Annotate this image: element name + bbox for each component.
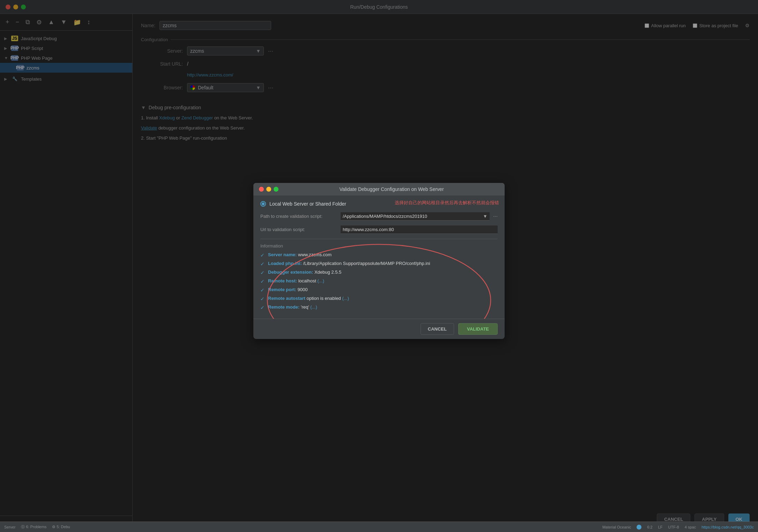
path-field-row: Path to create validation script: /Appli… — [260, 212, 498, 221]
url-field-row: Url to validation script: — [260, 226, 498, 234]
line-col-status: 6:2 — [647, 525, 652, 529]
dialog-footer: CANCEL VALIDATE — [253, 319, 505, 339]
info-section-label: Information — [260, 243, 498, 249]
info-remote-port: ✓ Remote port: 9000 — [260, 287, 498, 293]
info-val: localhost — [298, 278, 318, 283]
dialog-close-button[interactable] — [259, 187, 264, 192]
dialog-maximize-button[interactable] — [274, 187, 278, 192]
check-icon: ✓ — [260, 279, 265, 284]
info-val: Xdebug 2.5.5 — [314, 269, 341, 275]
info-server-name: ✓ Server name: www.zzcms.com — [260, 252, 498, 258]
check-icon: ✓ — [260, 296, 265, 302]
dialog-minimize-button[interactable] — [266, 187, 271, 192]
path-label: Path to create validation script: — [260, 214, 337, 219]
annotation-text: 选择好自己的网站根目录然后再去解析不然就会报错 — [395, 200, 499, 206]
dialog-title: Validate Debugger Configuration on Web S… — [284, 186, 499, 192]
theme-dot — [637, 525, 641, 530]
radio-dot — [262, 202, 265, 205]
local-server-label: Local Web Server or Shared Folder — [269, 201, 346, 207]
dialog-traffic-lights — [259, 187, 278, 192]
theme-status: Material Oceanic — [602, 525, 631, 529]
info-val: /Library/Application Support/appsolute/M… — [303, 261, 430, 266]
dialog-title-bar: Validate Debugger Configuration on Web S… — [253, 183, 505, 195]
info-key: Remote host: — [268, 278, 297, 283]
dialog-cancel-button[interactable]: CANCEL — [421, 323, 454, 335]
info-key: Remote mode: — [268, 304, 299, 310]
path-more-button[interactable]: ··· — [493, 213, 498, 220]
spaces-status: 4 spac — [685, 525, 696, 529]
info-key: Remote port: — [268, 287, 296, 292]
info-val: 9000 — [298, 287, 308, 292]
check-icon: ✓ — [260, 270, 265, 275]
info-remote-autostart: ✓ Remote autostart option is enabled (..… — [260, 296, 498, 302]
info-debugger-ext: ✓ Debugger extension: Xdebug 2.5.5 — [260, 269, 498, 275]
check-icon: ✓ — [260, 261, 265, 267]
info-link[interactable]: (...) — [310, 304, 317, 310]
info-remote-mode: ✓ Remote mode: 'req' (...) — [260, 304, 498, 310]
info-link[interactable]: (...) — [342, 296, 349, 301]
info-key: Remote autostart — [268, 296, 305, 301]
lf-status: LF — [658, 525, 663, 529]
validate-dialog: Validate Debugger Configuration on Web S… — [253, 183, 505, 339]
path-select[interactable]: /Applications/MAMP/htdocs/zzcms201910 ▼ — [341, 212, 490, 221]
check-icon: ✓ — [260, 252, 265, 258]
dialog-content: 选择好自己的网站根目录然后再去解析不然就会报错 Local Web Server… — [253, 195, 505, 319]
problems-status[interactable]: ⓪ 6: Problems — [21, 524, 46, 530]
encoding-status: UTF-8 — [668, 525, 679, 529]
info-php-ini: ✓ Loaded php.ini: /Library/Application S… — [260, 261, 498, 267]
info-val: www.zzcms.com — [298, 252, 332, 257]
info-val: option is enabled — [307, 296, 342, 301]
info-key: Server name: — [268, 252, 297, 257]
url-input[interactable] — [341, 226, 498, 234]
debug-status[interactable]: ⚙ 5: Debu — [52, 525, 70, 529]
check-icon: ✓ — [260, 287, 265, 293]
dialog-overlay: Validate Debugger Configuration on Web S… — [0, 0, 758, 522]
info-key: Debugger extension: — [268, 269, 313, 275]
path-dropdown-icon: ▼ — [483, 214, 488, 219]
check-icon: ✓ — [260, 305, 265, 310]
info-link[interactable]: (...) — [318, 278, 325, 283]
status-bar: Server ⓪ 6: Problems ⚙ 5: Debu Material … — [0, 522, 758, 532]
dialog-validate-button[interactable]: VALIDATE — [458, 323, 498, 335]
radio-button[interactable] — [260, 201, 266, 207]
server-status: Server — [4, 525, 15, 529]
info-val: 'req' — [301, 304, 310, 310]
url-status[interactable]: https://blog.csdn.net/qq_3003c — [701, 525, 754, 529]
information-section: Information ✓ Server name: www.zzcms.com… — [260, 239, 498, 310]
info-remote-host: ✓ Remote host: localhost (...) — [260, 278, 498, 284]
info-key: Loaded php.ini: — [268, 261, 302, 266]
url-label: Url to validation script: — [260, 227, 337, 232]
